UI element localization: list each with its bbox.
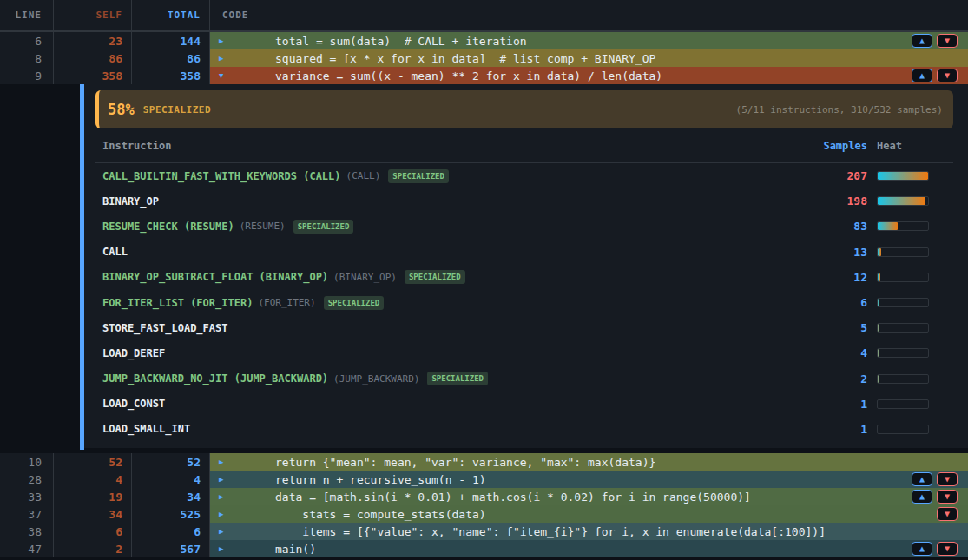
table-row[interactable]: 623144▶total = sum(data) # CALL + iterat… (0, 32, 968, 49)
instruction-name-cell: JUMP_BACKWARD_NO_JIT (JUMP_BACKWARD)(JUM… (102, 372, 807, 385)
instruction-rows: CALL_BUILTIN_FAST_WITH_KEYWORDS (CALL)(C… (95, 163, 953, 442)
line-number: 8 (0, 49, 53, 67)
specialized-percent: 58% (108, 101, 135, 118)
column-header-self: SELF (53, 0, 131, 30)
heat-bar (877, 399, 929, 409)
column-header-heat: Heat (867, 140, 953, 152)
instruction-name: LOAD_DEREF (102, 347, 165, 359)
expand-icon[interactable]: ▶ (219, 488, 223, 505)
instruction-row: CALL13 (95, 240, 953, 265)
table-row[interactable]: 331934▶data = [math.sin(i * 0.01) + math… (0, 488, 968, 505)
instruction-row: LOAD_CONST1 (95, 392, 953, 417)
expand-icon[interactable]: ▶ (219, 453, 223, 471)
heat-cell (867, 399, 953, 409)
heat-bar-fill (878, 324, 879, 332)
move-down-button[interactable]: ▼ (937, 472, 958, 486)
instruction-name-cell: LOAD_SMALL_INT (102, 423, 807, 435)
move-down-button[interactable]: ▼ (937, 542, 958, 556)
code-rows-top: 623144▶total = sum(data) # CALL + iterat… (0, 32, 968, 84)
specialized-label: SPECIALIZED (143, 104, 211, 115)
table-row[interactable]: 2844▶return n + recursive_sum(n - 1)▲▼ (0, 471, 968, 488)
instruction-name-cell: BINARY_OP_SUBTRACT_FLOAT (BINARY_OP)(BIN… (102, 270, 807, 284)
specialization-banner: 58% SPECIALIZED (5/11 instructions, 310/… (95, 90, 953, 128)
samples-value: 13 (807, 246, 867, 259)
move-down-button[interactable]: ▼ (937, 34, 958, 48)
move-up-button[interactable]: ▲ (912, 490, 932, 504)
specialized-badge: SPECIALIZED (293, 220, 354, 234)
collapse-icon[interactable]: ▼ (219, 67, 223, 84)
heat-bar-fill (878, 273, 880, 281)
instruction-row: CALL_BUILTIN_FAST_WITH_KEYWORDS (CALL)(C… (95, 163, 953, 188)
row-buttons: ▲▼ (912, 472, 958, 486)
heat-bar (877, 425, 929, 434)
table-row[interactable]: 88686▶squared = [x * x for x in data] # … (0, 49, 968, 67)
move-up-button[interactable]: ▲ (912, 542, 932, 556)
samples-value: 198 (807, 194, 867, 208)
samples-value: 2 (807, 372, 867, 385)
line-number: 37 (0, 505, 53, 523)
code-text: total = sum(data) # CALL + iteration (210, 35, 527, 48)
code-text: return n + recursive_sum(n - 1) (210, 473, 486, 486)
self-samples: 2 (53, 540, 131, 557)
specialized-badge: SPECIALIZED (427, 372, 488, 385)
instruction-name-cell: BINARY_OP (102, 195, 807, 208)
instruction-name: CALL (102, 246, 128, 258)
move-down-button[interactable]: ▼ (937, 490, 958, 504)
table-row[interactable]: 472567▶main()▲▼ (0, 540, 968, 557)
instruction-name: LOAD_SMALL_INT (102, 423, 190, 435)
column-header-samples[interactable]: Samples (807, 140, 867, 152)
samples-value: 1 (807, 398, 867, 411)
self-samples: 4 (53, 471, 131, 488)
table-row[interactable]: 9358358▼variance = sum((x - mean) ** 2 f… (0, 67, 968, 84)
instruction-name-cell: CALL (102, 246, 807, 258)
expand-icon[interactable]: ▶ (219, 49, 223, 67)
line-number: 47 (0, 540, 53, 557)
expand-icon[interactable]: ▶ (219, 505, 223, 523)
heat-cell (867, 196, 953, 206)
heat-cell (867, 425, 953, 434)
heat-bar (877, 247, 929, 257)
instruction-detail-panel: 58% SPECIALIZED (5/11 instructions, 310/… (84, 84, 968, 448)
instruction-name: CALL_BUILTIN_FAST_WITH_KEYWORDS (CALL) (102, 170, 341, 182)
total-samples: 34 (131, 488, 209, 505)
move-up-button[interactable]: ▲ (912, 34, 932, 48)
code-text: stats = compute_stats(data) (210, 508, 486, 521)
samples-value: 1 (807, 423, 867, 436)
table-row[interactable]: 3734525▶ stats = compute_stats(data)▼ (0, 505, 968, 523)
table-row[interactable]: 105252▶return {"mean": mean, "var": vari… (0, 453, 968, 471)
specialized-badge: SPECIALIZED (324, 296, 385, 310)
heat-cell (867, 221, 953, 231)
expand-icon[interactable]: ▶ (219, 471, 223, 488)
instruction-base-opcode: (JUMP_BACKWARD) (333, 373, 419, 385)
self-samples: 358 (53, 67, 131, 84)
move-down-button[interactable]: ▼ (937, 507, 958, 521)
row-buttons: ▼ (937, 507, 958, 521)
heat-cell (867, 247, 953, 257)
heat-bar (877, 348, 929, 358)
instruction-base-opcode: (CALL) (346, 170, 381, 181)
row-buttons: ▲▼ (912, 542, 958, 556)
instruction-name-cell: CALL_BUILTIN_FAST_WITH_KEYWORDS (CALL)(C… (102, 169, 807, 183)
self-samples: 23 (53, 32, 131, 49)
heat-cell (867, 323, 953, 333)
code-cell: ▶return n + recursive_sum(n - 1)▲▼ (209, 471, 968, 488)
heat-cell (867, 171, 953, 181)
expand-icon[interactable]: ▶ (219, 540, 223, 557)
instruction-base-opcode: (RESUME) (240, 221, 286, 232)
move-up-button[interactable]: ▲ (912, 472, 932, 486)
instruction-row: FOR_ITER_LIST (FOR_ITER)(FOR_ITER)SPECIA… (95, 290, 953, 315)
line-number: 33 (0, 488, 53, 505)
instruction-name: BINARY_OP (102, 195, 159, 208)
move-down-button[interactable]: ▼ (937, 69, 958, 82)
expand-icon[interactable]: ▶ (219, 523, 223, 540)
expand-icon[interactable]: ▶ (219, 32, 223, 49)
total-samples: 52 (131, 453, 209, 471)
move-up-button[interactable]: ▲ (912, 69, 932, 82)
table-row[interactable]: 3866▶ items = [{"value": x, "name": f"it… (0, 523, 968, 540)
heat-bar (877, 374, 929, 384)
code-text: return {"mean": mean, "var": variance, "… (210, 456, 655, 469)
heat-bar-fill (878, 172, 928, 180)
column-header-code: CODE (209, 0, 968, 30)
code-cell: ▶squared = [x * x for x in data] # list … (209, 49, 968, 67)
code-text: main() (210, 543, 316, 556)
